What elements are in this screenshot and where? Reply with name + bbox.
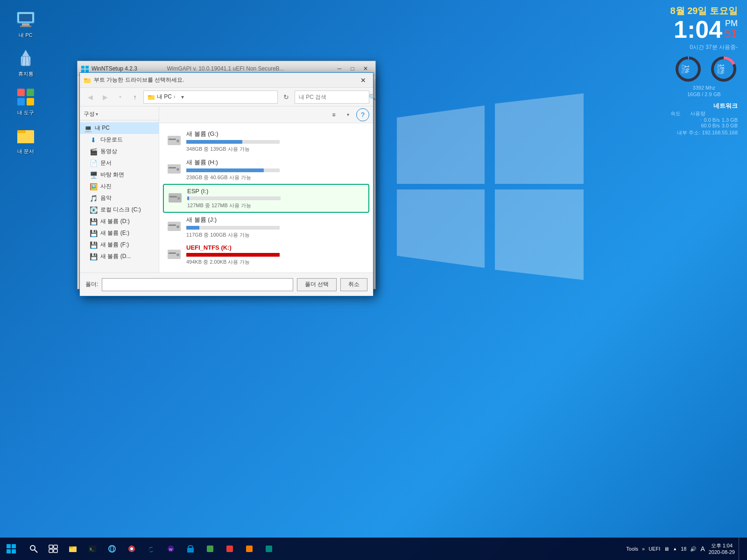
network-speed-label: 속도 xyxy=(670,110,681,117)
taskbar-app1[interactable]: W xyxy=(162,539,180,558)
drive-item-h[interactable]: 새 볼륨 (H:) 238GB 중 40.6GB 사용 가능 xyxy=(163,155,369,184)
taskbar: $_ W Tools » UEFI xyxy=(0,538,747,560)
taskbar-app2[interactable] xyxy=(201,539,219,558)
up-button[interactable]: ↑ xyxy=(128,91,141,104)
sidebar-item-music[interactable]: 🎵 음악 xyxy=(80,192,159,204)
drive-item-k[interactable]: UEFI_NTFS (K:) 494KB 중 2.00KB 사용 가능 xyxy=(163,241,369,268)
vol-e-sidebar-icon: 💾 xyxy=(89,230,98,237)
drive-i-size: 127MB 중 127MB 사용 가능 xyxy=(187,202,365,209)
taskbar-store[interactable] xyxy=(181,539,200,558)
search-box[interactable]: 🔍 xyxy=(295,91,369,104)
view-list-icon[interactable]: ≡ xyxy=(327,108,340,121)
taskbar-file-explorer[interactable] xyxy=(63,539,82,558)
video-sidebar-icon: 🎬 xyxy=(89,148,98,155)
folder-input[interactable] xyxy=(102,278,293,291)
vol-f-sidebar-icon: 💾 xyxy=(89,241,98,249)
forward-button[interactable]: ▶ xyxy=(99,91,112,104)
search-input[interactable] xyxy=(299,94,369,100)
sidebar-download-label: 다운로드 xyxy=(100,136,123,144)
tray-tools[interactable]: Tools xyxy=(626,546,638,552)
sidebar-item-vol-d[interactable]: 💾 새 볼륨 (D:) xyxy=(80,216,159,227)
help-button[interactable]: ? xyxy=(356,108,369,121)
desktop-icon-recycle[interactable]: 휴지통 xyxy=(9,48,42,77)
refresh-button[interactable]: ↻ xyxy=(280,91,293,104)
taskbar-app5[interactable] xyxy=(260,539,278,558)
sidebar-item-video[interactable]: 🎬 동영상 xyxy=(80,146,159,157)
svg-rect-25 xyxy=(81,66,85,69)
view-dropdown-icon[interactable]: ▾ xyxy=(341,108,354,121)
taskbar-app4[interactable] xyxy=(240,539,259,558)
tray-arrow-icon[interactable]: ▲ xyxy=(673,546,677,551)
download-usage: 3.0 GB xyxy=(722,123,738,128)
file-dialog-titlebar[interactable]: 부트 가능한 드라이브를 선택하세요. ✕ xyxy=(80,73,373,88)
sidebar-item-docs[interactable]: 📄 문서 xyxy=(80,157,159,169)
tray-show-desktop[interactable] xyxy=(739,538,741,560)
drive-item-g[interactable]: 새 볼륨 (G:) 348GB 중 139GB 사용 가능 xyxy=(163,127,369,155)
drive-j-info: 새 볼륨 (J:) 117GB 중 100GB 사용 가능 xyxy=(186,216,366,238)
svg-rect-13 xyxy=(27,98,34,105)
sidebar-item-vol-f[interactable]: 💾 새 볼륨 (F:) xyxy=(80,239,159,251)
tray-sound-icon[interactable]: 🔊 xyxy=(690,546,697,552)
svg-point-62 xyxy=(109,546,115,552)
sidebar-video-label: 동영상 xyxy=(100,147,117,155)
sidebar-vol-more-label: 새 볼륨 (D... xyxy=(100,252,131,260)
winntsetup-icon xyxy=(81,65,89,72)
sidebar-item-download[interactable]: ⬇ 다운로드 xyxy=(80,134,159,146)
drive-item-i[interactable]: ESP (I:) 127MB 중 127MB 사용 가능 xyxy=(163,184,369,213)
svg-point-35 xyxy=(176,140,179,142)
desktop-icon-mydocs[interactable]: 내 문서 xyxy=(9,126,42,155)
tray-network-icon[interactable]: 🖥 xyxy=(664,546,669,552)
drive-item-j[interactable]: 새 볼륨 (J:) 117GB 중 100GB 사용 가능 xyxy=(163,213,369,241)
taskbar-clock[interactable]: 오후 1:04 2020-08-29 xyxy=(709,542,735,556)
sidebar-vol-e-label: 새 볼륨 (E:) xyxy=(100,229,129,237)
tray-uefi[interactable]: UEFI xyxy=(648,546,660,552)
taskbar-app3[interactable] xyxy=(220,539,239,558)
folder-select-button[interactable]: 폴더 선택 xyxy=(297,278,337,291)
svg-rect-57 xyxy=(54,549,57,553)
drive-g-icon xyxy=(167,132,182,150)
system-widget: 8월 29일 토요일 1:04 PM 51 0시간 37분 사용중- 1% CP… xyxy=(670,5,738,136)
file-dialog-toolbar: ◀ ▶ ▾ ↑ 내 PC › ▾ ↻ 🔍 xyxy=(80,88,373,106)
desktop-icon-tools[interactable]: 내 도구 xyxy=(9,87,42,116)
start-button[interactable] xyxy=(0,538,22,560)
tray-overflow[interactable]: » xyxy=(642,546,645,552)
cpu-freq: 3392 Mhz xyxy=(670,85,738,91)
sidebar-item-local-c[interactable]: 💽 로컬 디스크 (C:) xyxy=(80,204,159,216)
svg-rect-2 xyxy=(19,14,32,21)
tray-ime[interactable]: A xyxy=(700,545,705,553)
taskbar-edge[interactable] xyxy=(142,539,161,558)
taskbar-search[interactable] xyxy=(24,539,43,558)
back-button[interactable]: ◀ xyxy=(84,91,97,104)
nav-recent-button[interactable]: ▾ xyxy=(113,91,127,104)
svg-rect-56 xyxy=(49,549,53,553)
sidebar-item-vol-more[interactable]: 💾 새 볼륨 (D... xyxy=(80,251,159,262)
taskbar-terminal[interactable]: $_ xyxy=(83,539,102,558)
desktop-icon-my-pc[interactable]: 내 PC xyxy=(9,9,42,39)
taskbar-task-view[interactable] xyxy=(44,539,63,558)
download-sidebar-icon: ⬇ xyxy=(89,136,98,144)
address-bar[interactable]: 내 PC › ▾ xyxy=(143,91,278,104)
svg-point-44 xyxy=(176,225,179,228)
folder-cancel-button[interactable]: 취소 xyxy=(340,278,367,291)
taskbar-chrome[interactable] xyxy=(122,539,141,558)
drive-h-icon xyxy=(167,161,182,179)
drive-k-size: 494KB 중 2.00KB 사용 가능 xyxy=(186,259,366,266)
upload-arrow-icon: ↑ xyxy=(699,117,702,123)
sidebar-item-photos[interactable]: 🖼️ 사진 xyxy=(80,181,159,192)
tools-label: 내 도구 xyxy=(17,109,34,116)
file-dialog-close-button[interactable]: ✕ xyxy=(357,75,369,85)
mydocs-label: 내 문서 xyxy=(17,148,34,155)
address-dropdown-button[interactable]: ▾ xyxy=(177,91,188,103)
sidebar-my-pc-label: 내 PC xyxy=(95,124,110,132)
recycle-icon xyxy=(15,48,36,69)
sidebar-item-desktop[interactable]: 🖥️ 바탕 화면 xyxy=(80,169,159,181)
svg-rect-15 xyxy=(17,130,26,133)
taskbar-ie[interactable] xyxy=(103,539,121,558)
sidebar-item-my-pc[interactable]: 💻 내 PC xyxy=(80,122,159,134)
desktop-icons: 내 PC 휴지통 내 도구 xyxy=(9,9,42,155)
drive-k-fill xyxy=(186,253,280,257)
widget-seconds: 51 xyxy=(724,28,738,40)
svg-rect-11 xyxy=(27,89,34,96)
sidebar-item-vol-e[interactable]: 💾 새 볼륨 (E:) xyxy=(80,227,159,239)
drive-i-fill xyxy=(187,196,189,200)
